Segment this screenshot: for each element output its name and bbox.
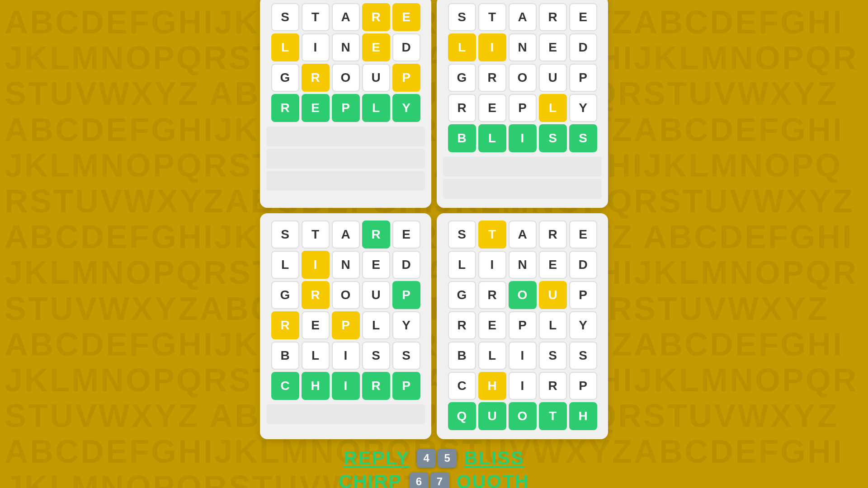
cell-3-6-3: T (539, 402, 567, 430)
cell-3-4-4: S (569, 342, 597, 370)
grid-row-3-6: QUOTH (443, 402, 602, 430)
cell-1-4-2: I (509, 124, 537, 152)
word-chirp[interactable]: CHIRP (339, 471, 402, 488)
cell-3-4-3: S (539, 342, 567, 370)
cell-1-2-0: G (448, 64, 476, 92)
cell-3-6-1: U (478, 402, 506, 430)
cell-2-2-3: U (362, 281, 390, 309)
cell-1-2-3: U (539, 64, 567, 92)
grid-row-2-1: LINED (266, 251, 425, 279)
bottom-row-1: REPLY 4 5 BLISS (344, 447, 524, 469)
grid-row-0-1: LINED (266, 33, 425, 61)
cell-0-3-4: Y (392, 94, 420, 122)
score-badge-5: 5 (438, 449, 457, 468)
cell-2-0-1: T (302, 221, 330, 249)
cell-0-3-1: E (302, 94, 330, 122)
grid-row-2-3: REPLY (266, 311, 425, 339)
grid-row-3-0: STARE (443, 221, 602, 249)
grid-row-1-2: GROUP (443, 64, 602, 92)
cell-2-5-4: P (392, 372, 420, 400)
score-badges-2: 6 7 (410, 472, 449, 488)
cell-3-6-2: O (509, 402, 537, 430)
cell-3-5-2: I (509, 372, 537, 400)
grid-row-2-5: CHIRP (266, 372, 425, 400)
cell-3-0-0: S (448, 221, 476, 249)
cell-1-4-4: S (569, 124, 597, 152)
cell-2-3-2: P (332, 311, 360, 339)
cell-3-1-3: E (539, 251, 567, 279)
cell-1-3-4: Y (569, 94, 597, 122)
cell-2-0-0: S (271, 221, 299, 249)
cell-2-2-2: O (332, 281, 360, 309)
main-container: STARELINEDGROUPREPLYSTARELINEDGROUPREPLY… (260, 0, 608, 488)
cell-1-1-4: D (569, 33, 597, 61)
cell-1-2-2: O (509, 64, 537, 92)
cell-3-6-0: Q (448, 402, 476, 430)
cell-0-2-4: P (392, 64, 420, 92)
grid-row-1-3: REPLY (443, 94, 602, 122)
cell-3-0-1: T (478, 221, 506, 249)
grid-row-3-5: CHIRP (443, 372, 602, 400)
cell-3-2-0: G (448, 281, 476, 309)
grid-row-3-1: LINED (443, 251, 602, 279)
cell-2-5-3: R (362, 372, 390, 400)
grid-panel-top-left: STARELINEDGROUPREPLY (260, 0, 431, 208)
cell-3-3-0: R (448, 311, 476, 339)
grid-row-2-4: BLISS (266, 342, 425, 370)
grid-row-3-4: BLISS (443, 342, 602, 370)
cell-1-1-1: I (478, 33, 506, 61)
cell-1-3-1: E (478, 94, 506, 122)
cell-2-4-2: I (332, 342, 360, 370)
grid-row-3-2: GROUP (443, 281, 602, 309)
cell-0-2-3: U (362, 64, 390, 92)
bottom-bar: REPLY 4 5 BLISS CHIRP 6 7 QUOTH (339, 447, 529, 488)
word-quoth[interactable]: QUOTH (457, 471, 530, 488)
cell-2-4-3: S (362, 342, 390, 370)
cell-0-0-1: T (302, 3, 330, 31)
score-badge-6: 6 (410, 472, 429, 488)
cell-3-3-4: Y (569, 311, 597, 339)
cell-0-3-3: L (362, 94, 390, 122)
word-reply[interactable]: REPLY (344, 447, 410, 469)
cell-2-1-3: E (362, 251, 390, 279)
empty-rows-top-left (266, 127, 425, 191)
cell-2-3-1: E (302, 311, 330, 339)
cell-3-5-3: R (539, 372, 567, 400)
grid-row-1-4: BLISS (443, 124, 602, 152)
cell-2-5-0: C (271, 372, 299, 400)
score-badge-7: 7 (430, 472, 449, 488)
cell-2-2-0: G (271, 281, 299, 309)
grid-row-2-2: GROUP (266, 281, 425, 309)
cell-2-4-4: S (392, 342, 420, 370)
cell-1-0-4: E (569, 3, 597, 31)
cell-2-1-0: L (271, 251, 299, 279)
cell-1-1-0: L (448, 33, 476, 61)
cell-1-4-3: S (539, 124, 567, 152)
cell-2-4-1: L (302, 342, 330, 370)
cell-0-2-1: R (302, 64, 330, 92)
cell-1-1-2: N (509, 33, 537, 61)
cell-0-1-2: N (332, 33, 360, 61)
cell-3-3-2: P (509, 311, 537, 339)
word-bliss[interactable]: BLISS (464, 447, 524, 469)
grid-panel-bottom-left: STARELINEDGROUPREPLYBLISSCHIRP (260, 213, 431, 439)
cell-0-0-0: S (271, 3, 299, 31)
empty-row-0-2 (266, 171, 425, 191)
score-badges-1: 4 5 (417, 449, 457, 468)
grid-row-0-3: REPLY (266, 94, 425, 122)
cell-3-2-4: P (569, 281, 597, 309)
cell-3-3-1: E (478, 311, 506, 339)
bottom-row-2: CHIRP 6 7 QUOTH (339, 471, 529, 488)
grid-rows-top-right: STARELINEDGROUPREPLYBLISS (443, 3, 602, 199)
cell-0-3-0: R (271, 94, 299, 122)
cell-2-5-1: H (302, 372, 330, 400)
cell-0-1-4: D (392, 33, 420, 61)
grid-row-0-2: GROUP (266, 64, 425, 92)
grid-row-2-0: STARE (266, 221, 425, 249)
cell-1-3-3: L (539, 94, 567, 122)
cell-0-1-3: E (362, 33, 390, 61)
cell-3-3-3: L (539, 311, 567, 339)
cell-0-3-2: P (332, 94, 360, 122)
cell-3-4-1: L (478, 342, 506, 370)
cell-2-0-4: E (392, 221, 420, 249)
